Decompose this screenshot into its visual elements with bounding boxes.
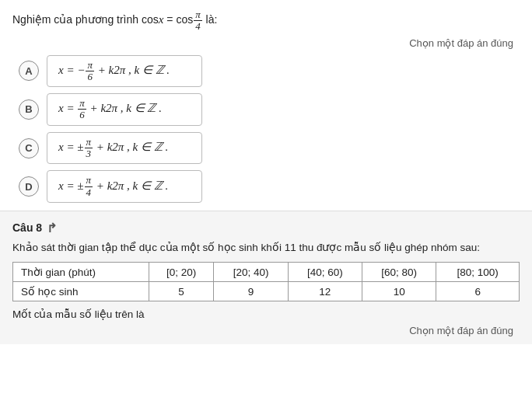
q8-footer: Mốt của mẫu số liệu trên là (12, 308, 520, 320)
q7-header-text: Nghiệm của phương trình cosx = cosπ4 là: (12, 13, 217, 26)
option-box-c[interactable]: x = ±π3 + k2π , k ∈ ℤ . (47, 132, 202, 165)
q8-header: Câu 8 ↱ (12, 221, 520, 235)
option-d-formula: x = ±π4 + k2π , k ∈ ℤ . (58, 179, 168, 192)
q8-data-table: Thời gian (phút) [0; 20) [20; 40) [40; 6… (12, 262, 520, 301)
table-header-row: Thời gian (phút) [0; 20) [20; 40) [40; 6… (13, 263, 520, 282)
q7-header: Nghiệm của phương trình cosx = cosπ4 là: (12, 9, 520, 33)
table-cell-1: 9 (214, 282, 288, 301)
table-col-header-5: [80; 100) (436, 263, 520, 282)
table-col-header-2: [20; 40) (214, 263, 288, 282)
table-cell-3: 10 (362, 282, 436, 301)
q7-hint: Chọn một đáp án đúng (12, 37, 520, 49)
option-box-b[interactable]: x = π6 + k2π , k ∈ ℤ . (47, 93, 202, 126)
q8-number: Câu 8 (12, 221, 42, 234)
q7-option-c[interactable]: C x = ±π3 + k2π , k ∈ ℤ . (19, 132, 513, 165)
table-col-header-4: [60; 80) (362, 263, 436, 282)
q7-option-b[interactable]: B x = π6 + k2π , k ∈ ℤ . (19, 93, 513, 126)
option-label-a[interactable]: A (19, 61, 39, 81)
table-cell-4: 6 (436, 282, 520, 301)
q7-option-a[interactable]: A x = −π6 + k2π , k ∈ ℤ . (19, 55, 513, 88)
table-col-header-1: [0; 20) (149, 263, 214, 282)
table-row-label: Số học sinh (13, 282, 149, 301)
q8-hint: Chọn một đáp án đúng (12, 325, 520, 336)
option-label-c[interactable]: C (19, 138, 39, 158)
table-cell-0: 5 (149, 282, 214, 301)
option-box-d[interactable]: x = ±π4 + k2π , k ∈ ℤ . (47, 170, 202, 203)
option-b-formula: x = π6 + k2π , k ∈ ℤ . (58, 102, 162, 114)
q7-option-d[interactable]: D x = ±π4 + k2π , k ∈ ℤ . (19, 170, 513, 203)
option-label-d[interactable]: D (19, 176, 39, 197)
option-label-b[interactable]: B (19, 99, 39, 120)
option-a-formula: x = −π6 + k2π , k ∈ ℤ . (58, 64, 170, 76)
option-c-formula: x = ±π3 + k2π , k ∈ ℤ . (58, 141, 168, 153)
q8-description: Khảo sát thời gian tập thể dục của một s… (12, 240, 520, 256)
q7-options: A x = −π6 + k2π , k ∈ ℤ . B x = π6 + k2π… (12, 55, 520, 203)
option-box-a[interactable]: x = −π6 + k2π , k ∈ ℤ . (47, 55, 202, 88)
table-cell-2: 12 (288, 282, 362, 301)
table-col-header-0: Thời gian (phút) (13, 263, 149, 282)
question-7-block: Nghiệm của phương trình cosx = cosπ4 là:… (0, 0, 532, 211)
question-8-block: Câu 8 ↱ Khảo sát thời gian tập thể dục c… (0, 211, 532, 344)
table-data-row: Số học sinh 5 9 12 10 6 (13, 282, 520, 301)
table-col-header-3: [40; 60) (288, 263, 362, 282)
cursor-icon: ↱ (47, 221, 57, 235)
